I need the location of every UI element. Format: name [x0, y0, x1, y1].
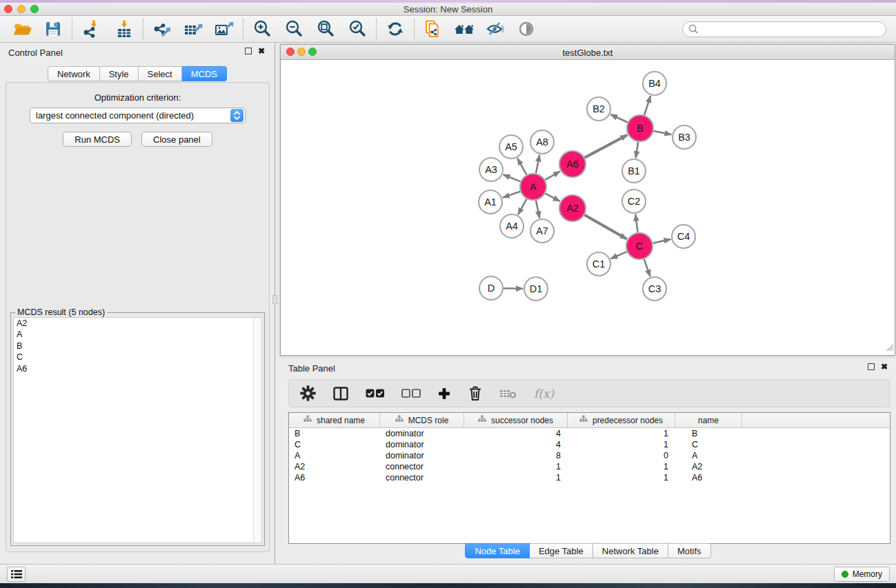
graph-node-D[interactable]: D	[479, 276, 503, 300]
graph-edge-A-A4[interactable]	[518, 199, 526, 215]
mcds-result-item[interactable]: A6	[14, 363, 261, 374]
graph-node-A2[interactable]: A2	[559, 195, 586, 221]
open-session-icon[interactable]	[12, 19, 33, 39]
tab-edge-table[interactable]: Edge Table	[530, 543, 593, 558]
graph-node-A8[interactable]: A8	[530, 130, 554, 154]
export-table-icon[interactable]	[183, 19, 203, 39]
column-header-predecessor-nodes[interactable]: predecessor nodes	[568, 413, 675, 427]
refresh-icon[interactable]	[385, 19, 406, 39]
function-builder-button[interactable]: f(x)	[534, 387, 554, 401]
panel-splitter-handle[interactable]	[272, 295, 277, 304]
split-view-icon[interactable]	[332, 386, 349, 401]
column-header-MCDS-role[interactable]: MCDS role	[380, 413, 464, 427]
mcds-result-item[interactable]: A2	[14, 318, 261, 329]
task-history-list-icon[interactable]	[7, 567, 26, 582]
graph-node-B1[interactable]: B1	[622, 159, 646, 183]
select-all-checkboxes-icon[interactable]	[366, 389, 385, 398]
graph-node-A6[interactable]: A6	[559, 151, 586, 177]
column-header-successor-nodes[interactable]: successor nodes	[464, 413, 568, 427]
mcds-result-item[interactable]: B	[14, 341, 261, 352]
copy-network-icon[interactable]	[423, 19, 444, 39]
close-table-panel-icon[interactable]: ✖	[881, 363, 888, 370]
graph-edge-A-A8[interactable]	[536, 155, 539, 174]
graph-edge-B-B4[interactable]	[644, 96, 650, 115]
tab-style[interactable]: Style	[100, 66, 139, 81]
graph-edge-B-B1[interactable]	[636, 142, 638, 158]
graph-edge-A-A5[interactable]	[517, 159, 526, 175]
graph-edge-A-A2[interactable]	[546, 194, 560, 201]
graph-node-B4[interactable]: B4	[643, 72, 666, 95]
tab-network-table[interactable]: Network Table	[593, 543, 668, 558]
export-network-icon[interactable]	[152, 19, 172, 39]
save-session-icon[interactable]	[43, 19, 63, 39]
graph-edge-C-C2[interactable]	[635, 214, 637, 232]
zoom-selected-icon[interactable]	[347, 19, 368, 39]
graph-node-A5[interactable]: A5	[499, 135, 523, 159]
network-window-titlebar[interactable]: testGlobe.txt	[281, 45, 895, 60]
tab-motifs[interactable]: Motifs	[668, 543, 711, 558]
result-scrollbar[interactable]	[253, 318, 261, 543]
column-header-name[interactable]: name	[675, 413, 742, 427]
import-network-icon[interactable]	[81, 19, 101, 39]
zoom-fit-icon[interactable]	[315, 19, 336, 39]
delete-table-icon[interactable]	[499, 387, 517, 400]
graph-node-A7[interactable]: A7	[530, 219, 554, 243]
zoom-out-icon[interactable]	[283, 19, 304, 39]
search-input[interactable]	[682, 21, 886, 37]
tab-mcds[interactable]: MCDS	[182, 66, 227, 81]
graph-edge-C-C1[interactable]	[610, 252, 626, 258]
graph-edge-C-C4[interactable]	[653, 239, 671, 243]
graph-node-B2[interactable]: B2	[587, 97, 610, 121]
show-graphics-eye-icon[interactable]	[516, 19, 537, 39]
deselect-all-checkboxes-icon[interactable]	[401, 389, 421, 398]
table-settings-gear-icon[interactable]	[300, 385, 316, 401]
graph-edge-A2-C[interactable]	[584, 215, 626, 239]
table-row[interactable]: Bdominator41B	[289, 428, 890, 439]
resize-grip-icon[interactable]	[885, 342, 894, 354]
network-canvas[interactable]: B4B2BB3A5A8A6A3B1AA1C2A2A4A7C4CC1C3DD1	[281, 60, 895, 355]
optimization-criterion-select[interactable]: largest connected component (directed)	[30, 108, 246, 123]
column-header-shared-name[interactable]: shared name	[289, 413, 380, 427]
graph-node-C[interactable]: C	[626, 233, 653, 259]
graph-node-D1[interactable]: D1	[524, 277, 548, 301]
delete-column-trash-icon[interactable]	[468, 385, 483, 401]
graph-edge-A-A6[interactable]	[545, 172, 560, 180]
memory-button[interactable]: Memory	[834, 567, 890, 582]
graph-node-C3[interactable]: C3	[643, 277, 666, 301]
export-image-icon[interactable]	[214, 19, 235, 39]
node-table[interactable]: shared nameMCDS rolesuccessor nodesprede…	[288, 412, 890, 544]
close-panel-icon[interactable]: ✖	[258, 48, 265, 54]
add-column-plus-icon[interactable]	[437, 387, 451, 401]
mcds-result-item[interactable]: C	[14, 352, 261, 363]
table-row[interactable]: Cdominator41C	[289, 439, 890, 450]
graph-edge-B-B3[interactable]	[654, 131, 672, 134]
graph-edge-B-B2[interactable]	[610, 114, 628, 123]
float-panel-icon[interactable]	[245, 48, 252, 54]
tab-network[interactable]: Network	[48, 66, 100, 81]
graph-node-B3[interactable]: B3	[673, 125, 696, 149]
close-panel-button[interactable]: Close panel	[141, 132, 212, 147]
table-row[interactable]: A6connector11A6	[289, 472, 890, 483]
graph-node-A[interactable]: A	[520, 174, 546, 200]
tab-node-table[interactable]: Node Table	[465, 543, 530, 558]
graph-node-A3[interactable]: A3	[479, 158, 503, 181]
graph-edge-A-A1[interactable]	[503, 192, 520, 198]
graph-node-C4[interactable]: C4	[672, 225, 695, 248]
graph-node-C1[interactable]: C1	[587, 252, 610, 276]
mcds-result-item[interactable]: A	[14, 329, 261, 340]
mcds-result-list[interactable]: A2ABCA6	[13, 317, 262, 543]
table-row[interactable]: A2connector11A2	[289, 461, 890, 472]
graph-node-A4[interactable]: A4	[500, 214, 524, 238]
table-row[interactable]: Adominator80A	[289, 450, 890, 461]
float-table-panel-icon[interactable]	[868, 363, 875, 370]
graph-node-C2[interactable]: C2	[622, 190, 646, 213]
graph-edge-A-A3[interactable]	[504, 174, 521, 181]
hide-labels-eye-icon[interactable]	[485, 19, 506, 39]
graph-edge-C-C3[interactable]	[644, 259, 650, 276]
graph-node-A1[interactable]: A1	[479, 190, 502, 214]
import-table-icon[interactable]	[114, 19, 135, 39]
graph-edge-A6-B[interactable]	[585, 135, 628, 158]
home-icon[interactable]	[454, 19, 475, 39]
graph-edge-A-A7[interactable]	[536, 201, 539, 219]
tab-select[interactable]: Select	[139, 66, 182, 81]
